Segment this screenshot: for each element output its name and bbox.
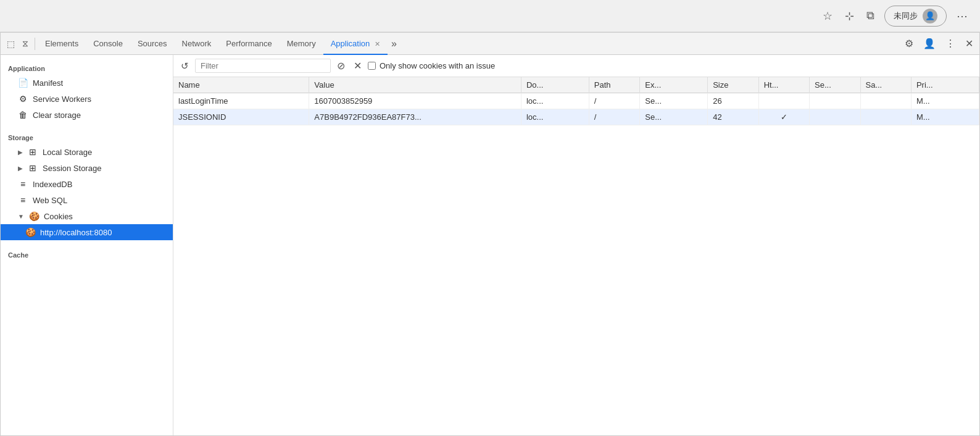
col-header-expires: Ex... [640, 77, 708, 93]
tab-console[interactable]: Console [86, 33, 130, 55]
sidebar-item-session-storage[interactable]: ▶ ⊞ Session Storage [1, 160, 173, 176]
cell-domain: loc... [521, 93, 589, 109]
filter-input[interactable] [195, 59, 331, 73]
only-issues-label: Only show cookies with an issue [380, 61, 495, 70]
cell-secure [810, 93, 860, 109]
col-header-name: Name [173, 77, 309, 93]
sidebar-item-cookies[interactable]: ▼ 🍪 Cookies [1, 208, 173, 224]
sidebar-item-websql[interactable]: ≡ Web SQL [1, 192, 173, 208]
clear-filter-button[interactable]: ✕ [351, 59, 364, 73]
sync-label: 未同步 [894, 10, 918, 22]
tab-memory[interactable]: Memory [280, 33, 323, 55]
devtools-right-actions: ⚙ 👤 ⋮ ✕ [901, 35, 977, 52]
cell-name: lastLoginTime [173, 93, 309, 109]
cell-httponly: ✓ [758, 109, 809, 125]
bookmark-icon[interactable]: ☆ [820, 7, 835, 25]
select-element-icon[interactable]: ⬚ [3, 39, 19, 49]
screenshot-icon[interactable]: ⧉ [864, 7, 877, 25]
col-header-httponly: Ht... [758, 77, 809, 93]
session-storage-label: Session Storage [43, 164, 101, 173]
cookies-icon: 🍪 [29, 211, 39, 221]
browser-more-icon[interactable]: ⋯ [954, 7, 970, 25]
table-header-row: Name Value Do... Path Ex... Size Ht... S… [173, 77, 979, 93]
clear-storage-icon: 🗑 [18, 110, 28, 120]
only-issues-checkbox[interactable] [368, 62, 376, 70]
col-header-samesite: Sa... [860, 77, 911, 93]
main-panel: ↺ ⊘ ✕ Only show cookies with an issue Na… [173, 55, 979, 435]
col-header-value: Value [309, 77, 521, 93]
cell-samesite [860, 109, 911, 125]
cookies-arrow: ▼ [18, 213, 24, 220]
indexeddb-icon: ≡ [18, 179, 28, 189]
sidebar: Application 📄 Manifest ⚙ Service Workers… [1, 55, 173, 435]
tab-elements[interactable]: Elements [38, 33, 86, 55]
tab-application-close[interactable]: ✕ [375, 40, 380, 48]
cell-priority: M... [911, 109, 979, 125]
cookie-table-container: Name Value Do... Path Ex... Size Ht... S… [173, 77, 979, 435]
websql-label: Web SQL [33, 196, 67, 205]
tab-performance[interactable]: Performance [218, 33, 279, 55]
localhost-label: http://localhost:8080 [40, 228, 112, 237]
cell-value: 1607003852959 [309, 93, 521, 109]
application-section-title: Application [1, 60, 173, 75]
cell-path: / [589, 109, 639, 125]
col-header-priority: Pri... [911, 77, 979, 93]
sidebar-item-manifest[interactable]: 📄 Manifest [1, 75, 173, 91]
localhost-cookie-icon: 🍪 [25, 227, 35, 237]
col-header-size: Size [708, 77, 758, 93]
manifest-label: Manifest [33, 78, 63, 88]
clear-storage-label: Clear storage [33, 111, 81, 120]
avatar: 👤 [923, 9, 937, 23]
filter-bar: ↺ ⊘ ✕ Only show cookies with an issue [173, 55, 979, 77]
devtools-customize-icon[interactable]: 👤 [920, 35, 939, 52]
block-cookies-button[interactable]: ⊘ [334, 59, 347, 73]
cell-expires: Se... [640, 109, 708, 125]
col-header-secure: Se... [810, 77, 860, 93]
device-mode-icon[interactable]: ⧖ [19, 38, 32, 49]
sidebar-item-indexeddb[interactable]: ≡ IndexedDB [1, 176, 173, 192]
bookmark-filled-icon[interactable]: ⊹ [842, 7, 857, 25]
browser-topbar: ☆ ⊹ ⧉ 未同步 👤 ⋯ [0, 0, 980, 32]
devtools-window: ⬚ ⧖ Elements Console Sources Network Per… [0, 32, 980, 436]
cell-secure [810, 109, 860, 125]
sync-button[interactable]: 未同步 👤 [884, 6, 947, 27]
only-issues-checkbox-area: Only show cookies with an issue [368, 61, 495, 70]
manifest-icon: 📄 [18, 78, 28, 88]
more-tabs-button[interactable]: » [388, 38, 401, 49]
tabs-divider [35, 38, 35, 50]
tab-sources[interactable]: Sources [130, 33, 175, 55]
tab-network[interactable]: Network [175, 33, 219, 55]
indexeddb-label: IndexedDB [33, 180, 72, 189]
sidebar-item-clear-storage[interactable]: 🗑 Clear storage [1, 107, 173, 123]
col-header-path: Path [589, 77, 639, 93]
sidebar-item-service-workers[interactable]: ⚙ Service Workers [1, 91, 173, 107]
table-row[interactable]: lastLoginTime1607003852959loc.../Se...26… [173, 93, 979, 109]
cell-samesite [860, 93, 911, 109]
local-storage-arrow: ▶ [18, 149, 23, 156]
refresh-button[interactable]: ↺ [178, 59, 191, 73]
local-storage-label: Local Storage [43, 148, 92, 157]
cell-size: 42 [708, 109, 758, 125]
table-row[interactable]: JSESSIONIDA7B9B4972FD936EA87F73...loc...… [173, 109, 979, 125]
session-storage-icon: ⊞ [28, 163, 38, 173]
devtools-tabs-bar: ⬚ ⧖ Elements Console Sources Network Per… [1, 33, 979, 55]
cell-domain: loc... [521, 109, 589, 125]
cell-httponly [758, 93, 809, 109]
cell-size: 26 [708, 93, 758, 109]
cache-section-title: Cache [1, 246, 173, 261]
sidebar-item-local-storage[interactable]: ▶ ⊞ Local Storage [1, 144, 173, 160]
local-storage-icon: ⊞ [28, 147, 38, 157]
col-header-domain: Do... [521, 77, 589, 93]
devtools-more-options-icon[interactable]: ⋮ [942, 35, 959, 52]
tab-application[interactable]: Application ✕ [323, 33, 388, 55]
cookie-table: Name Value Do... Path Ex... Size Ht... S… [173, 77, 979, 125]
websql-icon: ≡ [18, 195, 28, 205]
devtools-settings-icon[interactable]: ⚙ [901, 35, 917, 52]
cell-expires: Se... [640, 93, 708, 109]
devtools-close-icon[interactable]: ✕ [961, 35, 977, 52]
cell-priority: M... [911, 93, 979, 109]
cell-value: A7B9B4972FD936EA87F73... [309, 109, 521, 125]
cell-name: JSESSIONID [173, 109, 309, 125]
sidebar-item-localhost[interactable]: 🍪 http://localhost:8080 [1, 224, 173, 240]
session-storage-arrow: ▶ [18, 165, 23, 172]
